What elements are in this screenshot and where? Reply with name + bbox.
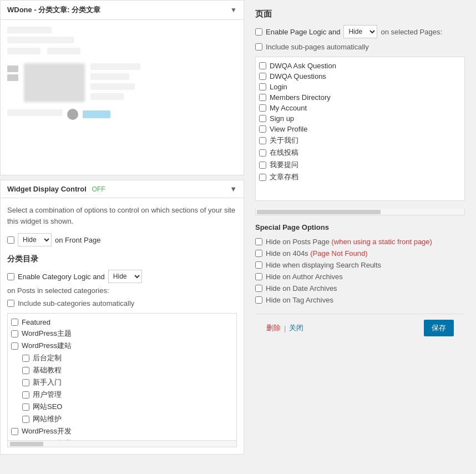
save-button[interactable]: 保存 <box>424 320 454 336</box>
page-hide-select[interactable]: Hide Show <box>343 25 377 38</box>
list-item: 网站SEO <box>11 401 233 413</box>
wdc-section: Widget Display Control OFF ▼ Select a co… <box>0 180 244 455</box>
link-separator: | <box>284 324 286 332</box>
category-logic-row: Enable Category Logic and Hide Show on P… <box>7 270 237 295</box>
wdc-status: OFF <box>92 185 105 193</box>
page-dwqa-qs-checkbox[interactable] <box>259 73 266 80</box>
include-subpages-checkbox[interactable] <box>255 43 262 51</box>
wdc-header: Widget Display Control OFF ▼ <box>1 180 244 198</box>
widget-title: WDone - 分类文章: 分类文章 <box>7 5 100 15</box>
cat-wp-dev-checkbox[interactable] <box>11 428 18 435</box>
list-item: Sign up <box>259 113 461 124</box>
front-page-row: Hide Show on Front Page <box>7 233 237 246</box>
page-submit-checkbox[interactable] <box>259 149 266 157</box>
delete-link[interactable]: 删除 <box>266 323 281 333</box>
category-section-title: 分类目录 <box>7 254 237 264</box>
page-list[interactable]: DWQA Ask Question DWQA Questions Login M… <box>255 57 465 201</box>
page-logic-checkbox[interactable] <box>255 28 262 36</box>
close-link[interactable]: 关闭 <box>289 323 303 333</box>
page-ask-checkbox[interactable] <box>259 162 266 169</box>
cat-wp-theme-checkbox[interactable] <box>11 330 18 337</box>
page-profile-checkbox[interactable] <box>259 125 266 133</box>
list-item: DWQA Ask Question <box>259 60 461 71</box>
front-page-label: on Front Page <box>55 236 100 244</box>
wdc-body: Select a combination of options to contr… <box>1 198 244 454</box>
page-profile-label: View Profile <box>270 125 307 133</box>
list-item: My Account <box>259 103 461 113</box>
opt-author-label: Hide on Author Archives <box>266 273 343 281</box>
cat-backend-label: 后台定制 <box>33 353 62 363</box>
cat-basic-checkbox[interactable] <box>22 367 29 374</box>
page-archive-label: 文章存档 <box>270 172 298 182</box>
page-account-checkbox[interactable] <box>259 104 266 112</box>
list-item: 我要提问 <box>259 159 461 171</box>
cat-backend-checkbox[interactable] <box>22 355 29 362</box>
page-about-checkbox[interactable] <box>259 137 266 144</box>
list-item: 基础教程 <box>11 364 233 376</box>
category-logic-checkbox[interactable] <box>7 273 14 280</box>
opt-author-checkbox[interactable] <box>255 273 262 280</box>
cat-featured-label: Featured <box>22 318 50 326</box>
page-account-label: My Account <box>270 104 307 112</box>
cat-wp-dev-label: WordPress开发 <box>22 426 72 436</box>
opt-404-checkbox[interactable] <box>255 250 262 257</box>
page-logic-row: Enable Page Logic and Hide Show on selec… <box>255 25 465 38</box>
cat-basic-label: 基础教程 <box>33 365 62 375</box>
front-page-select[interactable]: Hide Show <box>18 233 52 246</box>
category-enable-label: Enable Category Logic and <box>18 273 105 281</box>
list-item: 文章存档 <box>259 171 461 183</box>
opt-404-desc: (Page Not Found) <box>310 249 367 258</box>
opt-tag-checkbox[interactable] <box>255 296 262 304</box>
page-signup-label: Sign up <box>270 114 294 123</box>
list-item: 在线投稿 <box>259 147 461 159</box>
page-dwqa-q-checkbox[interactable] <box>259 62 266 69</box>
opt-posts-page-desc: (when using a static front page) <box>332 238 432 246</box>
cat-maintain-checkbox[interactable] <box>22 416 29 423</box>
page-login-checkbox[interactable] <box>259 83 266 90</box>
opt-date-label: Hide on Date Archives <box>266 284 337 293</box>
category-hide-select[interactable]: Hide Show <box>108 270 142 283</box>
category-on-posts-text: on Posts in selected categories: <box>7 286 109 295</box>
option-date: Hide on Date Archives <box>255 283 465 294</box>
page-signup-checkbox[interactable] <box>259 115 266 122</box>
page-members-checkbox[interactable] <box>259 94 266 101</box>
list-item: Members Directory <box>259 92 461 103</box>
cat-newbie-checkbox[interactable] <box>22 379 29 386</box>
cat-seo-checkbox[interactable] <box>22 404 29 411</box>
category-list[interactable]: Featured WordPress主题 WordPress建站 后台定制 <box>7 313 237 441</box>
page-ask-label: 我要提问 <box>270 160 298 170</box>
option-posts-page: Hide on Posts Page (when using a static … <box>255 236 465 248</box>
page-about-label: 关于我们 <box>270 135 298 145</box>
widget-title-bar: WDone - 分类文章: 分类文章 ▼ <box>0 0 244 20</box>
wdc-description: Select a combination of options to contr… <box>7 205 237 226</box>
wdc-toggle-arrow[interactable]: ▼ <box>230 185 237 193</box>
cat-maintain-label: 网站维护 <box>33 414 62 424</box>
cat-wp-news-checkbox[interactable] <box>11 440 18 441</box>
cat-seo-label: 网站SEO <box>33 402 62 412</box>
cat-featured-checkbox[interactable] <box>11 319 18 326</box>
cat-wp-build-label: WordPress建站 <box>22 341 72 351</box>
opt-search-checkbox[interactable] <box>255 261 262 269</box>
option-author: Hide on Author Archives <box>255 271 465 283</box>
cat-user-checkbox[interactable] <box>22 391 29 399</box>
widget-title-arrow[interactable]: ▼ <box>230 6 237 14</box>
page-section-title: 页面 <box>255 9 465 19</box>
front-page-checkbox[interactable] <box>7 236 14 244</box>
cat-newbie-label: 新手入门 <box>33 377 62 387</box>
right-panel: 页面 Enable Page Logic and Hide Show on se… <box>244 0 476 474</box>
include-sub-checkbox[interactable] <box>7 300 14 307</box>
include-subpages-row: Include sub-pages automatically <box>255 43 465 51</box>
list-item: WordPress主题 <box>11 327 233 340</box>
bottom-bar: 删除 | 关闭 保存 <box>255 314 465 342</box>
list-item: WordPress资讯 <box>11 437 233 441</box>
list-item: WordPress开发 <box>11 425 233 437</box>
list-item: 新手入门 <box>11 376 233 389</box>
list-item: View Profile <box>259 124 461 134</box>
list-item: 用户管理 <box>11 389 233 401</box>
page-archive-checkbox[interactable] <box>259 174 266 181</box>
page-members-label: Members Directory <box>270 93 331 102</box>
opt-posts-page-checkbox[interactable] <box>255 238 262 245</box>
opt-date-checkbox[interactable] <box>255 285 262 292</box>
list-item: DWQA Questions <box>259 71 461 82</box>
cat-wp-build-checkbox[interactable] <box>11 342 18 350</box>
